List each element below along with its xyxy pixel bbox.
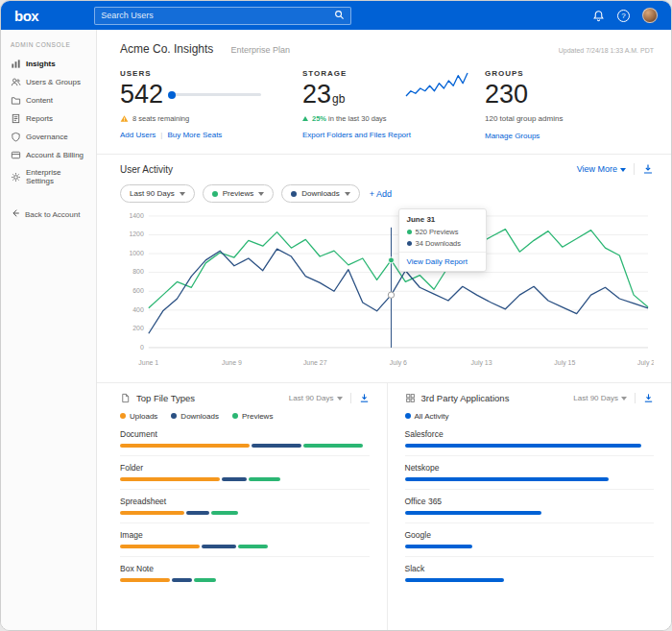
row-bar: [120, 511, 370, 515]
sidebar-item-governance[interactable]: Governance: [1, 128, 96, 146]
sidebar-item-users-groups[interactable]: Users & Groups: [1, 73, 96, 91]
bar-segment-downloads: [186, 511, 208, 515]
sidebar: ADMIN CONSOLE InsightsUsers & GroupsCont…: [1, 30, 97, 630]
bar-segment-previews: [211, 511, 239, 515]
groups-count: 230: [485, 82, 528, 108]
export-report-link[interactable]: Export Folders and Files Report: [302, 131, 471, 139]
user-activity-chart[interactable]: 0200400600800100012001400June 1June 9Jun…: [120, 206, 654, 376]
add-series-button[interactable]: + Add: [370, 189, 392, 199]
sidebar-item-label: Users & Groups: [26, 78, 81, 86]
app-row[interactable]: Netskope: [405, 456, 655, 490]
kpi-row: USERS 542 8 seats remaining Add Users|Bu…: [97, 63, 671, 154]
legend-item-uploads[interactable]: Uploads: [120, 412, 157, 421]
storage-kpi-label: STORAGE: [302, 69, 402, 78]
sidebar-item-reports[interactable]: Reports: [1, 109, 96, 128]
bar-segment-downloads: [222, 477, 247, 481]
bar-segment-uploads: [120, 444, 250, 448]
back-to-account-link[interactable]: Back to Account: [1, 205, 96, 224]
page-header: Acme Co. Insights Enterprise Plan Update…: [97, 30, 671, 63]
sidebar-nav: InsightsUsers & GroupsContentReportsGove…: [1, 55, 96, 189]
search-icon: [334, 7, 345, 24]
view-more-button[interactable]: View More: [577, 164, 626, 174]
box-logo[interactable]: box: [14, 8, 38, 24]
sidebar-item-content[interactable]: Content: [1, 91, 96, 109]
svg-text:1400: 1400: [129, 212, 144, 219]
row-label: Netskope: [405, 463, 655, 473]
filter-downloads[interactable]: Downloads: [281, 184, 360, 203]
legend-item-all-activity[interactable]: All Activity: [405, 412, 449, 421]
series-dot-icon: [212, 191, 218, 197]
file-type-row[interactable]: Box Note: [120, 557, 370, 590]
sidebar-section-label: ADMIN CONSOLE: [1, 41, 96, 55]
svg-text:200: 200: [132, 325, 144, 331]
row-label: Salesforce: [405, 429, 655, 439]
apps-range-dropdown[interactable]: Last 90 Days: [573, 393, 654, 403]
app-row[interactable]: Google: [405, 523, 655, 557]
bar-segment-downloads: [172, 578, 192, 582]
filter-label: Previews: [223, 189, 253, 198]
users-icon: [11, 77, 21, 87]
bar-segment-previews: [194, 578, 216, 582]
bar-segment-all-activity: [405, 545, 472, 548]
sidebar-item-enterprise-settings[interactable]: Enterprise Settings: [1, 164, 96, 189]
add-users-link[interactable]: Add Users: [120, 131, 156, 139]
search-box[interactable]: [94, 7, 351, 25]
back-arrow-icon: [11, 208, 20, 220]
legend-item-downloads[interactable]: Downloads: [171, 412, 219, 421]
previews-dot-icon: [407, 230, 412, 234]
file-type-row[interactable]: Folder: [120, 456, 370, 490]
tooltip-downloads-value: 34 Downloads: [416, 239, 462, 248]
kpi-users: USERS 542 8 seats remaining Add Users|Bu…: [120, 69, 302, 140]
manage-groups-link[interactable]: Manage Groups: [485, 132, 654, 140]
sidebar-item-label: Content: [26, 96, 53, 105]
tooltip-date: June 31: [407, 215, 478, 224]
download-file-types-icon[interactable]: [350, 393, 370, 403]
seats-remaining-text: 8 seats remaining: [132, 114, 189, 123]
file-type-row[interactable]: Document: [120, 423, 370, 456]
row-bar: [120, 444, 370, 448]
buy-more-seats-link[interactable]: Buy More Seats: [167, 131, 222, 139]
app-row[interactable]: Office 365: [405, 490, 655, 523]
svg-text:600: 600: [132, 287, 144, 294]
topbar-actions: ?: [592, 8, 658, 23]
help-icon[interactable]: ?: [617, 10, 630, 22]
kpi-groups: GROUPS 230 120 total group admins Manage…: [485, 69, 654, 140]
legend-dot-icon: [405, 413, 411, 419]
svg-text:July 15: July 15: [554, 359, 575, 367]
bar-segment-all-activity: [405, 477, 610, 481]
filter-previews[interactable]: Previews: [203, 184, 274, 203]
search-input[interactable]: [101, 11, 334, 20]
sidebar-item-account-billing[interactable]: Account & Billing: [1, 146, 96, 164]
file-types-range-dropdown[interactable]: Last 90 Days: [289, 393, 370, 403]
download-apps-icon[interactable]: [635, 393, 654, 403]
sidebar-item-insights[interactable]: Insights: [1, 55, 96, 73]
row-bar: [120, 578, 370, 582]
legend-dot-icon: [232, 413, 238, 419]
chart-filters: Last 90 DaysPreviewsDownloads+ Add: [120, 184, 654, 203]
app-row[interactable]: Salesforce: [405, 423, 655, 456]
notifications-bell-icon[interactable]: [592, 10, 605, 22]
bar-segment-all-activity: [405, 444, 642, 448]
legend-item-previews[interactable]: Previews: [232, 412, 273, 421]
trend-up-icon: [302, 116, 308, 121]
row-bar: [405, 477, 655, 481]
bar-segment-downloads: [202, 545, 236, 548]
row-label: Document: [120, 429, 370, 439]
chart-tooltip: June 31 520 Previews 34 Downloads View D…: [398, 208, 487, 272]
warning-triangle-icon: [120, 114, 129, 123]
apps-range-label: Last 90 Days: [573, 394, 618, 402]
svg-text:July 24: July 24: [637, 359, 654, 367]
view-daily-report-link[interactable]: View Daily Report: [399, 252, 486, 271]
app-row[interactable]: Slack: [405, 557, 655, 590]
filter-last-90-days[interactable]: Last 90 Days: [120, 184, 195, 203]
row-bar: [405, 444, 655, 448]
page-title: Acme Co. Insights: [120, 42, 213, 56]
file-type-row[interactable]: Spreadsheet: [120, 490, 370, 523]
storage-trend-text: in the last 30 days: [326, 114, 387, 123]
download-report-icon[interactable]: [634, 163, 654, 175]
third-party-apps-section: 3rd Party Applications Last 90 Days All …: [388, 383, 672, 630]
file-type-row[interactable]: Image: [120, 523, 370, 557]
user-avatar[interactable]: [642, 8, 658, 23]
bar-segment-all-activity: [405, 511, 542, 515]
legend-label: Uploads: [130, 412, 157, 421]
